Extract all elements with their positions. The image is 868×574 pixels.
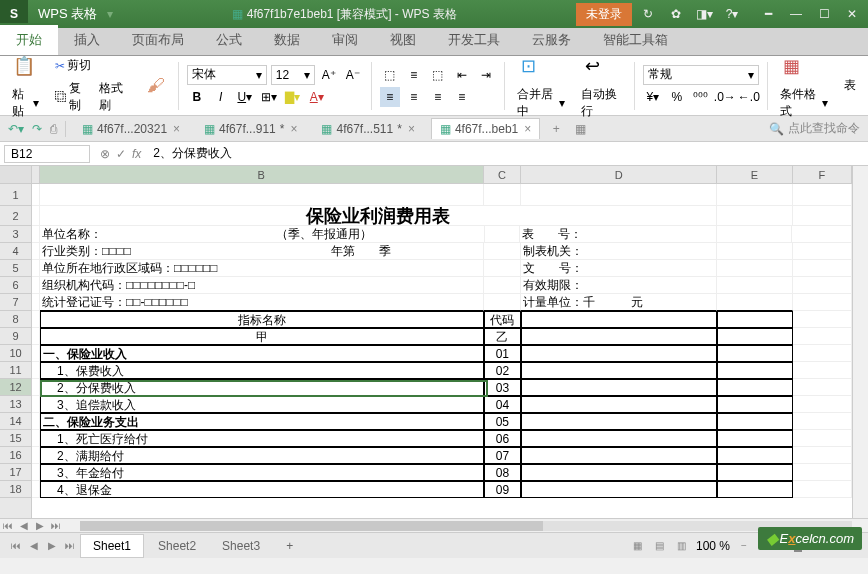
sheet-tab-0[interactable]: Sheet1 [80, 534, 144, 558]
align-just-button[interactable]: ≡ [452, 87, 472, 107]
indent-inc-button[interactable]: ⇥ [476, 65, 496, 85]
align-left-button[interactable]: ≡ [380, 87, 400, 107]
formula-input[interactable]: 2、分保费收入 [147, 145, 868, 162]
tab-layout[interactable]: 页面布局 [116, 25, 200, 55]
quick-access-undo[interactable]: ↶▾ [8, 122, 24, 136]
merge-icon[interactable]: ⊡ [513, 50, 545, 82]
scroll-left[interactable]: ◀ [16, 518, 32, 534]
paste-icon[interactable]: 📋 [8, 50, 40, 82]
row-header[interactable]: 9 [0, 328, 31, 345]
row-header[interactable]: 1 [0, 184, 31, 206]
horizontal-scrollbar[interactable] [80, 521, 852, 531]
sheet-nav-next[interactable]: ▶ [44, 538, 60, 554]
close-icon[interactable]: × [524, 122, 531, 136]
row-header[interactable]: 7 [0, 294, 31, 311]
sync-icon[interactable]: ↻ [636, 4, 660, 24]
quick-access-redo[interactable]: ↷ [32, 122, 42, 136]
settings-icon[interactable]: ✿ [664, 4, 688, 24]
align-right-button[interactable]: ≡ [428, 87, 448, 107]
comma-button[interactable]: ⁰⁰⁰ [691, 87, 711, 107]
row-header[interactable]: 16 [0, 447, 31, 464]
sheet-tab-2[interactable]: Sheet3 [210, 535, 272, 557]
cond-fmt-icon[interactable]: ▦ [776, 50, 808, 82]
view-break-icon[interactable]: ▥ [674, 538, 690, 554]
align-mid-button[interactable]: ≡ [404, 65, 424, 85]
row-header[interactable]: 15 [0, 430, 31, 447]
tab-dev[interactable]: 开发工具 [432, 25, 516, 55]
row-header[interactable]: 6 [0, 277, 31, 294]
font-color-button[interactable]: A▾ [307, 87, 327, 107]
underline-button[interactable]: U▾ [235, 87, 255, 107]
fx-cancel[interactable]: ⊗ [100, 147, 110, 161]
ribbon-min-icon[interactable]: ━ [756, 4, 780, 24]
dec-font-button[interactable]: A⁻ [343, 65, 363, 85]
scroll-first[interactable]: ⏮ [0, 518, 16, 534]
wrap-button[interactable]: 自动换行 [577, 84, 626, 122]
fill-button[interactable]: ▇▾ [283, 87, 303, 107]
doc-tab-0[interactable]: ▦4f67f...20321× [74, 119, 188, 139]
format-painter-button[interactable]: 格式刷 [95, 78, 133, 116]
row-header[interactable]: 11 [0, 362, 31, 379]
align-center-button[interactable]: ≡ [404, 87, 424, 107]
zoom-out-button[interactable]: − [736, 538, 752, 554]
close-button[interactable]: ✕ [840, 4, 864, 24]
format-painter-icon[interactable]: 🖌 [142, 70, 170, 102]
row-header[interactable]: 18 [0, 481, 31, 498]
login-button[interactable]: 未登录 [576, 3, 632, 26]
col-header[interactable] [32, 166, 40, 183]
currency-button[interactable]: ¥▾ [643, 87, 663, 107]
align-top-button[interactable]: ⬚ [380, 65, 400, 85]
dec-inc-button[interactable]: .0→ [715, 87, 735, 107]
row-header[interactable]: 8 [0, 311, 31, 328]
row-header[interactable]: 5 [0, 260, 31, 277]
quick-access-save[interactable]: ⎙ [50, 122, 57, 136]
sheet-nav-first[interactable]: ⏮ [8, 538, 24, 554]
cells[interactable]: 保险业利润费用表 单位名称：（季、年报通用）表 号： 行业类别：□□□□年第 季… [32, 184, 852, 498]
doc-tab-3[interactable]: ▦4f67f...beb1× [431, 118, 540, 139]
scroll-right[interactable]: ▶ [32, 518, 48, 534]
select-all-corner[interactable] [0, 166, 31, 184]
tab-review[interactable]: 审阅 [316, 25, 374, 55]
col-header[interactable]: E [717, 166, 792, 183]
close-icon[interactable]: × [290, 122, 297, 136]
tab-view[interactable]: 视图 [374, 25, 432, 55]
row-header[interactable]: 17 [0, 464, 31, 481]
dec-dec-button[interactable]: ←.0 [739, 87, 759, 107]
sheet-title[interactable]: 保险业利润费用表 [40, 206, 717, 226]
percent-button[interactable]: % [667, 87, 687, 107]
more-ribbon[interactable]: 表 [840, 75, 860, 96]
col-header[interactable]: D [521, 166, 717, 183]
row-header[interactable]: 10 [0, 345, 31, 362]
close-icon[interactable]: × [173, 122, 180, 136]
doc-tab-1[interactable]: ▦4f67f...911 *× [196, 119, 305, 139]
new-tab-button[interactable]: + [548, 122, 564, 136]
row-header[interactable]: 3 [0, 226, 31, 243]
maximize-button[interactable]: ☐ [812, 4, 836, 24]
fx-confirm[interactable]: ✓ [116, 147, 126, 161]
scroll-last[interactable]: ⏭ [48, 518, 64, 534]
search-command[interactable]: 🔍点此查找命令 [769, 120, 860, 137]
close-icon[interactable]: × [408, 122, 415, 136]
border-button[interactable]: ⊞▾ [259, 87, 279, 107]
wrap-icon[interactable]: ↩ [577, 50, 609, 82]
size-select[interactable]: 12▾ [271, 65, 315, 85]
row-header[interactable]: 12 [0, 379, 31, 396]
skin-icon[interactable]: ◨▾ [692, 4, 716, 24]
tab-formula[interactable]: 公式 [200, 25, 258, 55]
doc-tab-2[interactable]: ▦4f67f...511 *× [313, 119, 422, 139]
align-bot-button[interactable]: ⬚ [428, 65, 448, 85]
col-header[interactable]: B [40, 166, 484, 183]
merge-button[interactable]: 合并居中▾ [513, 84, 569, 122]
tab-insert[interactable]: 插入 [58, 25, 116, 55]
cond-fmt-button[interactable]: 条件格式▾ [776, 84, 832, 122]
italic-button[interactable]: I [211, 87, 231, 107]
paste-button[interactable]: 粘贴▾ [8, 84, 43, 122]
sheet-nav-prev[interactable]: ◀ [26, 538, 42, 554]
minimize-button[interactable]: — [784, 4, 808, 24]
tab-list-button[interactable]: ▦ [572, 122, 588, 136]
view-page-icon[interactable]: ▤ [652, 538, 668, 554]
row-header[interactable]: 2 [0, 206, 31, 226]
vertical-scrollbar[interactable] [852, 166, 868, 518]
tab-data[interactable]: 数据 [258, 25, 316, 55]
copy-button[interactable]: ⿻复制 [51, 78, 91, 116]
